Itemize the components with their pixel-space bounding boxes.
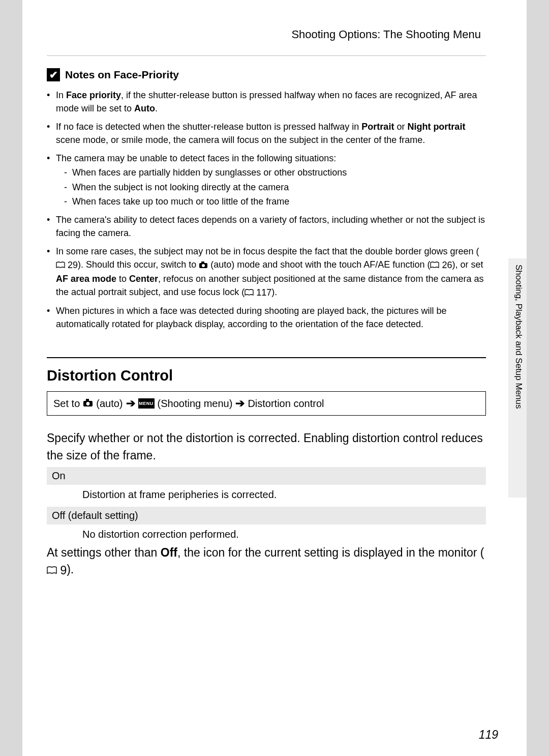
svg-point-5: [86, 402, 90, 405]
page-ref-icon: 9: [47, 562, 67, 579]
text: The camera may be unable to detect faces…: [56, 153, 336, 163]
notes-list: In Face priority, if the shutter-release…: [47, 89, 486, 331]
text: (auto): [96, 398, 123, 410]
note-subitem: When faces are partially hidden by sungl…: [56, 166, 486, 179]
option-on-label: On: [47, 467, 486, 485]
page-number: 119: [479, 728, 498, 742]
navigation-path-box: Set to (auto) ➔ MENU (Shooting menu) ➔ D…: [47, 391, 486, 416]
text: .: [155, 103, 158, 113]
text: scene mode, or smile mode, the camera wi…: [56, 135, 425, 145]
text-bold: Face priority: [66, 90, 121, 100]
text: ).: [271, 287, 277, 297]
text-bold: Night portrait: [407, 122, 465, 132]
option-off-desc: No distortion correction performed.: [47, 525, 486, 544]
text: (auto) mode and shoot with the touch AF/…: [208, 259, 430, 270]
note-item: When pictures in which a face was detect…: [47, 304, 486, 331]
ref-number: 9: [60, 562, 67, 579]
svg-rect-4: [86, 399, 89, 401]
text-bold: Auto: [134, 103, 155, 113]
text: In: [56, 90, 66, 100]
ref-number: 29: [68, 258, 78, 272]
text-bold: Off: [161, 546, 177, 559]
header-breadcrumb: Shooting Options: The Shooting Menu: [47, 28, 486, 56]
text: or: [394, 122, 407, 132]
notes-heading-text: Notes on Face-Priority: [65, 69, 179, 81]
option-on-desc: Distortion at frame peripheries is corre…: [47, 485, 486, 505]
text: Set to: [53, 398, 80, 410]
svg-point-2: [202, 264, 205, 267]
note-subitem: When the subject is not looking directly…: [56, 181, 486, 194]
text: to: [116, 274, 129, 284]
check-icon: ✔: [47, 68, 60, 81]
note-subitem: When faces take up too much or too littl…: [56, 195, 486, 208]
note-item: If no face is detected when the shutter-…: [47, 120, 486, 147]
text-bold: Portrait: [361, 122, 394, 132]
page-ref-icon: 117: [245, 286, 271, 299]
text-bold: Center: [129, 274, 158, 284]
text: At settings other than: [47, 546, 161, 559]
option-off-label: Off (default setting): [47, 507, 486, 525]
notes-heading: ✔ Notes on Face-Priority: [47, 68, 486, 81]
note-item: In Face priority, if the shutter-release…: [47, 89, 486, 115]
menu-icon: MENU: [138, 398, 155, 409]
ref-number: 26: [442, 258, 452, 272]
side-section-label: Shooting, Playback and Setup Menus: [513, 265, 524, 409]
camera-icon: [83, 398, 93, 410]
section-divider: [47, 357, 486, 358]
document-page: Shooting Options: The Shooting Menu ✔ No…: [22, 0, 527, 756]
page-ref-icon: 26: [430, 258, 452, 272]
text: ), or set: [452, 259, 483, 270]
text: (Shooting menu): [158, 398, 233, 410]
distortion-footer: At settings other than Off, the icon for…: [47, 544, 486, 579]
text: Distortion control: [248, 398, 324, 410]
text: , the icon for the current setting is di…: [177, 546, 484, 559]
distortion-intro: Specify whether or not the distortion is…: [47, 430, 486, 464]
note-item: The camera may be unable to detect faces…: [47, 152, 486, 208]
ref-number: 117: [256, 286, 271, 299]
arrow-icon: ➔: [235, 397, 245, 410]
note-item: In some rare cases, the subject may not …: [47, 245, 486, 299]
distortion-control-title: Distortion Control: [47, 367, 486, 384]
text: ). Should this occur, switch to: [78, 259, 199, 270]
camera-icon: [199, 259, 208, 272]
page-ref-icon: 29: [56, 258, 78, 272]
note-sublist: When faces are partially hidden by sungl…: [56, 166, 486, 208]
text: In some rare cases, the subject may not …: [56, 246, 479, 256]
svg-rect-1: [201, 261, 204, 264]
text-bold: AF area mode: [56, 274, 116, 284]
text: If no face is detected when the shutter-…: [56, 122, 361, 132]
arrow-icon: ➔: [126, 397, 135, 410]
note-item: The camera's ability to detect faces dep…: [47, 213, 486, 240]
text: ).: [67, 563, 74, 576]
